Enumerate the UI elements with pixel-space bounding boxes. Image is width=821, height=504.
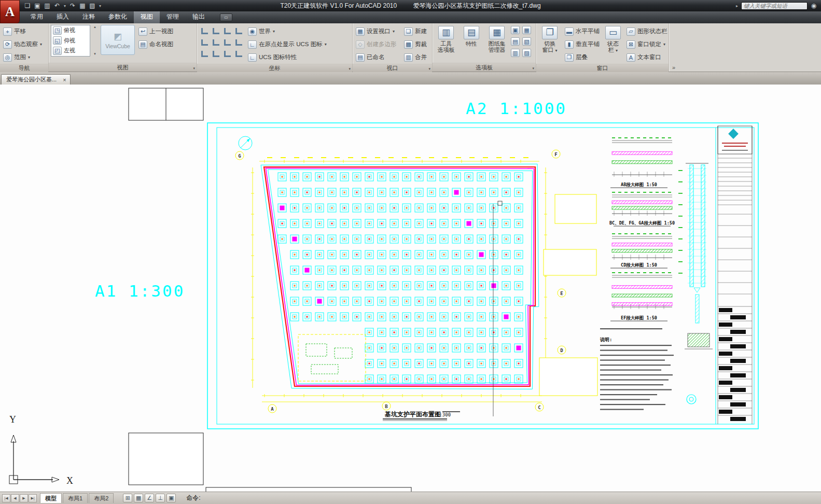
ortho-icon[interactable]: ⊥ [156, 494, 165, 502]
ucs-icon[interactable] [199, 25, 210, 36]
pan-button[interactable]: + 平移 [2, 25, 46, 38]
view-bottom-item[interactable]: ◱ 仰视 [51, 36, 90, 46]
tab-home[interactable]: 常用 [24, 11, 50, 23]
drawing-status-bar-button[interactable]: ▱ 图形状态栏 [625, 25, 669, 38]
properties-palette-button[interactable]: ▤ 特性 [460, 25, 483, 47]
ribbon-minimize-icon[interactable]: ▭ [220, 13, 232, 21]
close-icon[interactable]: × [63, 77, 66, 83]
view-list[interactable]: ◳ 俯视 ◱ 仰视 ◰ 左视 [51, 25, 90, 57]
cascade-windows-button[interactable]: ❐ 层叠 [564, 51, 601, 64]
open-file-icon[interactable]: ▣ [33, 1, 42, 10]
palette-icon[interactable]: ▧ [522, 37, 531, 46]
viewcube-button[interactable]: ◩ ViewCube [101, 25, 135, 55]
next-layout-icon[interactable]: ▶ [20, 494, 28, 502]
ucs-icon-properties-button[interactable]: ∟ UCS 图标特性 [247, 51, 328, 64]
switch-windows-button[interactable]: ❐ 切换 窗口 ▾ [538, 25, 561, 53]
tool-palettes-button[interactable]: ▥ 工具 选项板 [435, 25, 457, 53]
command-prompt[interactable]: 命令: [186, 494, 200, 502]
dialog-launcher-icon[interactable]: ▾ [428, 67, 430, 71]
named-views-button[interactable]: ▤ 命名视图 [137, 38, 174, 51]
tile-vertically-button[interactable]: ▮ 垂直平铺 [564, 38, 601, 51]
new-viewport-button[interactable]: ❏ 新建 [403, 25, 428, 38]
snap-icon[interactable]: ⊞ [123, 494, 132, 502]
chevron-down-icon: ▾ [555, 48, 558, 53]
named-viewports-button[interactable]: ▤ 已命名 [355, 51, 400, 64]
scroll-down-icon[interactable]: ▼ [93, 52, 98, 55]
zoom-extents-button[interactable]: ◎ 范围 ▾ [2, 51, 46, 64]
palette-icon[interactable]: ▤ [511, 37, 520, 46]
sheet-set-manager-button[interactable]: ▦ 图纸集 管理器 [485, 25, 508, 53]
drawing-canvas[interactable]: A2 1:1000A1 1:300GFEDCBA基坑支护平面布置图1:300AB… [0, 85, 821, 492]
notes-line [600, 389, 672, 390]
palette-icon[interactable]: ▥ [511, 49, 520, 57]
pile-elevation [690, 165, 693, 287]
tab-output[interactable]: 输出 [186, 11, 212, 23]
ucs-icon[interactable] [211, 25, 221, 36]
first-layout-icon[interactable]: |◀ [2, 494, 10, 502]
previous-view-button[interactable]: ↩ 上一视图 [137, 25, 174, 38]
grid-icon[interactable]: ▦ [134, 494, 143, 502]
show-ucs-icon-at-origin-button[interactable]: ∟ 在原点处显示 UCS 图标 ▾ [247, 38, 328, 51]
window-lock-button[interactable]: ⊠ 窗口锁定 ▾ [625, 38, 669, 51]
dialog-launcher-icon[interactable]: ▾ [349, 67, 351, 71]
tab-layout1[interactable]: 布局1 [63, 493, 88, 503]
qat-customize-icon[interactable]: ▾ [98, 1, 103, 10]
status-toggles: ⊞ ▦ ∠ ⊥ ▣ [123, 494, 176, 502]
scroll-up-icon[interactable]: ▲ [93, 25, 98, 29]
tab-layout2[interactable]: 布局2 [89, 493, 114, 503]
ucs-icon[interactable] [211, 37, 221, 48]
undo-dropdown-icon[interactable]: ▾ [62, 1, 67, 10]
tab-parametric[interactable]: 参数化 [102, 11, 134, 23]
ucs-icon[interactable] [233, 48, 244, 59]
palette-icon[interactable]: ▦ [522, 26, 531, 34]
palette-small-buttons: ▣ ▦ ▤ ▧ ▥ ▨ [511, 25, 533, 59]
tile-horizontally-button[interactable]: ▬ 水平平铺 [564, 25, 601, 38]
ucs-icon[interactable] [211, 48, 221, 59]
palette-icon[interactable]: ▨ [522, 49, 531, 57]
ucs-icon[interactable] [222, 25, 233, 36]
tab-insert[interactable]: 插入 [50, 11, 76, 23]
view-list-scrollbar[interactable]: ▲ ▼ [93, 25, 98, 56]
ucs-icon[interactable] [222, 48, 233, 59]
undo-icon[interactable]: ↶ [52, 1, 62, 10]
search-input[interactable] [741, 2, 808, 10]
previous-layout-icon[interactable]: ◀ [11, 494, 19, 502]
status-bar-toggle-button[interactable]: ▭ 状态 栏 ▾ [603, 25, 623, 53]
last-layout-icon[interactable]: ▶| [29, 494, 37, 502]
clip-viewport-button[interactable]: ▩ 剪裁 [403, 38, 428, 51]
view-left-item[interactable]: ◰ 左视 [51, 46, 90, 56]
infocenter-flyout-icon[interactable]: ▸ [734, 1, 740, 10]
osnap-icon[interactable]: ▣ [166, 494, 176, 502]
ucs-icon[interactable] [199, 37, 210, 48]
dialog-launcher-icon[interactable]: ▾ [532, 66, 534, 71]
polar-icon[interactable]: ∠ [145, 494, 154, 502]
plot-preview-icon[interactable]: ▧ [88, 1, 97, 10]
tab-model[interactable]: 模型 [40, 493, 62, 503]
document-tab[interactable]: 爱琴海公园小区基... × [1, 74, 71, 85]
orbit-button[interactable]: ⟳ 动态观察 ▾ [2, 38, 46, 51]
new-file-icon[interactable]: ❏ [23, 1, 32, 10]
ribbon-overflow-icon[interactable]: » [672, 64, 675, 71]
tab-annotate[interactable]: 注释 [76, 11, 102, 23]
print-icon[interactable]: ▦ [78, 1, 87, 10]
title-bar: A ❏ ▣ ▥ ↶ ▾ ↷ ▦ ▧ ▾ T20天正建筑软件 V1.0 For A… [0, 0, 821, 11]
view-top-item[interactable]: ◳ 俯视 [51, 25, 90, 36]
tab-manage[interactable]: 管理 [160, 11, 186, 23]
dialog-launcher-icon[interactable]: ▾ [193, 66, 195, 71]
ucs-icon[interactable] [222, 37, 233, 48]
application-menu-button[interactable]: A [0, 0, 20, 23]
join-viewport-button[interactable]: ▥ 合并 [403, 51, 428, 64]
named-ucs-combo[interactable]: ◉ 世界 ▾ [247, 25, 328, 38]
polygonal-viewport-button[interactable]: ◇ 创建多边形 [355, 38, 400, 51]
palette-icon[interactable]: ▣ [511, 26, 520, 34]
text-window-button[interactable]: A 文本窗口 [625, 51, 669, 64]
ucs-icon[interactable] [233, 25, 244, 36]
search-icon[interactable]: ◉ [809, 1, 818, 10]
redo-icon[interactable]: ↷ [68, 1, 77, 10]
viewport-configurations-button[interactable]: ▦ 设置视口 ▾ [355, 25, 400, 38]
tab-view[interactable]: 视图 [134, 11, 160, 23]
ucs-icon[interactable] [233, 37, 244, 48]
sheet-set-manager-icon: ▦ [489, 26, 505, 39]
ucs-icon[interactable] [199, 48, 210, 59]
save-file-icon[interactable]: ▥ [43, 1, 52, 10]
